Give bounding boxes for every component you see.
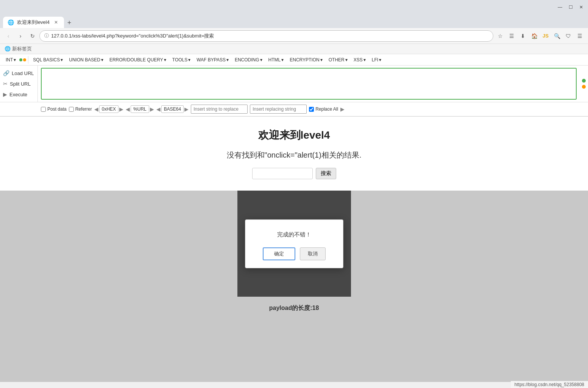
title-bar: — ☐ ✕ xyxy=(0,0,588,14)
forward-btn[interactable]: › xyxy=(15,31,26,41)
modal-dialog: 完成的不错！ 确定 取消 xyxy=(245,219,343,268)
dot-green xyxy=(582,79,586,83)
referrer-label: Referrer xyxy=(75,106,92,112)
modal-overlay: 完成的不错！ 确定 取消 xyxy=(237,191,351,297)
menu-xss[interactable]: XSS▾ xyxy=(351,56,368,64)
web-content: 欢迎来到level4 没有找到和"onclick="alert(1)相关的结果.… xyxy=(0,117,588,382)
menu-tools-label: TOOLS xyxy=(172,57,187,63)
page-title: 欢迎来到level4 xyxy=(258,128,330,142)
modal-cancel-btn[interactable]: 取消 xyxy=(300,247,326,260)
menu-int-label: INT xyxy=(6,57,13,63)
status-url: https://blog.csdn.net/qq_52358808 xyxy=(515,382,584,387)
base64-arrow-group: ◀ BASE64 ▶ xyxy=(156,105,189,113)
new-tab-label: 🌐 新标签页 xyxy=(0,44,588,54)
hex-left-arrow: ◀ xyxy=(94,106,98,112)
url-input[interactable] xyxy=(41,68,577,100)
split-url-label: Split URL xyxy=(10,81,31,87)
menu-html[interactable]: HTML▾ xyxy=(266,56,287,64)
toolbar-row: 🔗 Load URL ✂ Split URL ▶ Execute xyxy=(0,66,588,102)
post-data-check[interactable] xyxy=(41,107,46,112)
menu-lfi-label: LFI xyxy=(372,57,378,63)
menu-other-label: OTHER xyxy=(329,57,345,63)
modal-ok-btn[interactable]: 确定 xyxy=(263,247,295,260)
shield-icon[interactable]: 🛡 xyxy=(563,31,574,41)
search-area: 搜索 xyxy=(252,168,336,179)
menu-waf-bypass[interactable]: WAF BYPASS▾ xyxy=(194,56,231,64)
back-btn[interactable]: ‹ xyxy=(3,31,14,41)
menu-encoding-label: ENCODING xyxy=(235,57,259,63)
web-search-btn[interactable]: 搜索 xyxy=(316,168,336,179)
payload-info: payload的长度:18 xyxy=(269,304,319,312)
url-bar[interactable]: ⓘ 127.0.0.1/xss-labs/level4.php?keyword=… xyxy=(39,30,493,42)
menu-lfi[interactable]: LFI▾ xyxy=(369,56,384,64)
new-tab-text: 🌐 新标签页 xyxy=(5,45,32,52)
menu-int[interactable]: INT ▾ xyxy=(3,56,19,64)
new-tab-btn[interactable]: + xyxy=(64,17,75,28)
load-url-icon: 🔗 xyxy=(3,70,9,76)
menu-union-based[interactable]: UNION BASED▾ xyxy=(66,56,106,64)
active-tab[interactable]: 🌐 欢迎来到level4 ✕ xyxy=(3,17,64,28)
js-toggle[interactable]: JS xyxy=(540,31,551,41)
url-input-area xyxy=(38,66,580,102)
menu-sql-basics[interactable]: SQL BASICS▾ xyxy=(30,56,66,64)
split-url-btn[interactable]: ✂ Split URL xyxy=(0,79,37,88)
replace-all-checkbox[interactable]: Replace All xyxy=(309,106,338,112)
menu-sql-basics-label: SQL BASICS xyxy=(33,57,60,63)
menu-tools[interactable]: TOOLS▾ xyxy=(170,56,193,64)
menu-xss-label: XSS xyxy=(354,57,363,63)
hex-right-arrow: ▶ xyxy=(119,106,123,112)
replace-with-input[interactable] xyxy=(250,105,307,114)
close-window-btn[interactable]: ✕ xyxy=(578,4,584,10)
execute-label: Execute xyxy=(9,92,27,97)
status-bar: https://blog.csdn.net/qq_52358808 xyxy=(511,381,588,388)
replace-all-check[interactable] xyxy=(309,107,314,112)
tab-bar: 🌐 欢迎来到level4 ✕ + xyxy=(0,14,588,28)
url-left-arrow: ◀ xyxy=(126,106,130,112)
download-icon[interactable]: ⬇ xyxy=(518,31,528,41)
reader-mode-icon[interactable]: ☰ xyxy=(506,31,517,41)
replace-go-arrow[interactable]: ▶ xyxy=(340,106,345,112)
nav-right-icons: ☆ ☰ ⬇ 🏠 JS 🔍 🛡 ☰ xyxy=(495,31,585,41)
execute-icon: ▶ xyxy=(3,91,7,97)
menu-union-label: UNION BASED xyxy=(69,57,100,63)
modal-message: 完成的不错！ xyxy=(277,231,311,238)
web-search-input[interactable] xyxy=(252,168,313,179)
content-area: 🔗 Load URL ✂ Split URL ▶ Execute Post da… xyxy=(0,66,588,382)
dot-orange xyxy=(582,85,586,89)
menu-bar: INT ▾ SQL BASICS▾ UNION BASED▾ ERROR/DOU… xyxy=(0,54,588,66)
base64-btn[interactable]: BASE64 xyxy=(161,105,184,113)
menu-encryption-label: ENCRYPTION xyxy=(290,57,319,63)
bookmark-icon[interactable]: ☆ xyxy=(495,31,505,41)
sidebar-tools: 🔗 Load URL ✂ Split URL ▶ Execute xyxy=(0,66,38,102)
referrer-checkbox[interactable]: Referrer xyxy=(69,106,92,112)
level-banner: level 完成的不错！ 确定 取消 xyxy=(237,191,351,297)
modal-buttons: 确定 取消 xyxy=(263,247,326,260)
refresh-btn[interactable]: ↻ xyxy=(27,31,38,41)
b64-right-arrow: ▶ xyxy=(184,106,189,112)
replace-search-input[interactable] xyxy=(191,105,248,114)
execute-btn[interactable]: ▶ Execute xyxy=(0,90,37,99)
menu-encoding[interactable]: ENCODING▾ xyxy=(232,56,265,64)
minimize-btn[interactable]: — xyxy=(557,4,563,10)
url-encode-arrow-group: ◀ %URL ▶ xyxy=(126,105,154,113)
hex-btn[interactable]: 0xHEX xyxy=(99,105,119,113)
menu-encryption[interactable]: ENCRYPTION▾ xyxy=(287,56,325,64)
home-icon[interactable]: 🏠 xyxy=(529,31,540,41)
menu-error-double[interactable]: ERROR/DOUBLE QUERY▾ xyxy=(107,56,169,64)
hex-arrow-group: ◀ 0xHEX ▶ xyxy=(94,105,123,113)
post-data-label: Post data xyxy=(47,106,67,112)
menu-waf-label: WAF BYPASS xyxy=(197,57,226,63)
post-data-checkbox[interactable]: Post data xyxy=(41,106,67,112)
load-url-btn[interactable]: 🔗 Load URL xyxy=(0,69,37,78)
menu-icon[interactable]: ☰ xyxy=(574,31,585,41)
referrer-check[interactable] xyxy=(69,107,74,112)
url-encode-btn[interactable]: %URL xyxy=(131,105,149,113)
menu-int-arrow: ▾ xyxy=(14,57,16,63)
zoom-icon[interactable]: 🔍 xyxy=(552,31,562,41)
navigation-bar: ‹ › ↻ ⓘ 127.0.0.1/xss-labs/level4.php?ke… xyxy=(0,28,588,44)
tab-close-btn[interactable]: ✕ xyxy=(53,19,59,26)
menu-other[interactable]: OTHER▾ xyxy=(326,56,350,64)
tab-title: 欢迎来到level4 xyxy=(17,19,50,26)
menu-separator xyxy=(28,56,28,64)
maximize-btn[interactable]: ☐ xyxy=(568,4,574,10)
